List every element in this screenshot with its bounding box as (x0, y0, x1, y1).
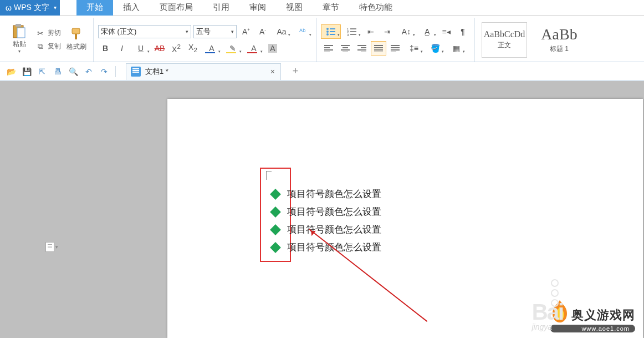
print-preview-button[interactable]: 🔍 (67, 65, 80, 78)
document-tab[interactable]: 文档1 * × (126, 63, 281, 80)
list-item[interactable]: 项目符号颜色怎么设置 (272, 223, 381, 236)
plus-icon: + (293, 65, 299, 77)
shading-button[interactable]: 🪣▾ (426, 42, 444, 55)
svg-rect-23 (341, 49, 350, 51)
borders-icon: ▦ (453, 44, 460, 53)
open-button[interactable]: 📂 (4, 65, 18, 78)
save-button[interactable]: 💾 (20, 65, 33, 78)
align-justify-icon (374, 44, 383, 52)
grow-font-button[interactable]: A+ (239, 25, 253, 38)
align-justify-button[interactable] (371, 42, 386, 55)
align-left-button[interactable] (321, 42, 336, 55)
bullet-diamond-icon (270, 224, 281, 235)
new-tab-button[interactable]: + (290, 66, 301, 77)
svg-rect-19 (324, 49, 333, 51)
svg-rect-21 (341, 45, 350, 46)
export-button[interactable]: ⇱ (35, 65, 49, 78)
line-spacing-icon: ‡≡ (410, 44, 418, 53)
bold-icon: B (103, 44, 108, 53)
undo-button[interactable]: ↶ (82, 65, 95, 78)
svg-rect-20 (324, 52, 330, 52)
strikethrough-button[interactable]: AB (152, 42, 167, 55)
underline-button[interactable]: U▾ (131, 42, 150, 55)
copy-icon: ⧉ (35, 42, 45, 52)
font-color-button[interactable]: A▾ (202, 42, 221, 55)
print-button[interactable]: 🖶 (51, 65, 64, 78)
tab-1[interactable]: 插入 (113, 0, 150, 16)
watermark-cn: 奥义游戏网 (571, 308, 635, 322)
paste-button[interactable]: 粘贴 ▾ (7, 19, 32, 59)
tab-2[interactable]: 页面布局 (150, 0, 203, 16)
redo-icon: ↷ (101, 67, 108, 76)
line-spacing-button[interactable]: ‡≡▾ (405, 42, 423, 55)
numbering-icon: 123 (347, 27, 357, 36)
clear-format-button[interactable]: ᴬᵇ▾ (293, 25, 312, 38)
app-badge[interactable]: ω WPS 文字 ▾ (0, 0, 60, 16)
sort-button[interactable]: A̲▾ (418, 25, 437, 38)
show-marks-button[interactable]: ¶ (456, 25, 470, 38)
char-shading-button[interactable]: A (265, 42, 280, 55)
highlight-button[interactable]: ✎▾ (223, 42, 242, 55)
tab-7[interactable]: 特色功能 (349, 0, 402, 16)
decrease-indent-button[interactable]: ⇤ (364, 25, 378, 38)
document-tab-title: 文档1 * (145, 67, 168, 77)
paste-label: 粘贴 (13, 39, 26, 49)
svg-rect-35 (391, 49, 400, 51)
highlight-icon: ✎ (229, 44, 236, 53)
outdent-left-icon: ≡◂ (442, 27, 450, 36)
svg-point-5 (326, 28, 329, 30)
subscript-button[interactable]: X2 (186, 42, 200, 55)
italic-button[interactable]: I (115, 42, 129, 55)
document-page[interactable]: ▾ 项目符号颜色怎么设置项目符号颜色怎么设置项目符号颜色怎么设置项目符号颜色怎么… (167, 99, 643, 338)
list-item[interactable]: 项目符号颜色怎么设置 (272, 188, 381, 200)
bold-button[interactable]: B (98, 42, 113, 55)
font-color2-button[interactable]: A▾ (244, 42, 263, 55)
tab-0[interactable]: 开始 (76, 0, 113, 16)
tab-3[interactable]: 引用 (203, 0, 239, 16)
change-case-icon: Aa (277, 27, 286, 36)
style-sample: AaBbCcDd (484, 29, 525, 39)
style-item-1[interactable]: AaBb标题 1 (531, 22, 587, 58)
tab-5[interactable]: 视图 (276, 0, 313, 16)
svg-rect-6 (330, 28, 335, 29)
numbering-button[interactable]: 123 ▾ (343, 25, 361, 38)
borders-button[interactable]: ▦▾ (447, 42, 466, 55)
subscript-icon: X2 (188, 43, 197, 53)
underline-icon: U (138, 44, 144, 53)
svg-rect-31 (374, 49, 383, 51)
copy-button[interactable]: ⧉ 复制 (33, 41, 63, 53)
align-center-button[interactable] (338, 42, 352, 55)
superscript-button[interactable]: X2 (169, 42, 183, 55)
watermark: Bai jingya 奥义游戏网 www.aoe1.com (550, 299, 635, 332)
tab-6[interactable]: 章节 (313, 0, 349, 16)
close-tab-button[interactable]: × (270, 67, 275, 76)
align-distribute-button[interactable] (388, 42, 402, 55)
increase-indent-button[interactable]: ⇥ (380, 25, 395, 38)
svg-rect-14 (350, 31, 356, 32)
tab-4[interactable]: 审阅 (239, 0, 276, 16)
page-layout-marker[interactable]: ▾ (45, 242, 58, 252)
superscript-icon: X2 (172, 43, 181, 54)
asian-layout-button[interactable]: A↕▾ (397, 25, 416, 38)
cut-button[interactable]: ✂ 剪切 (33, 27, 63, 39)
shrink-font-button[interactable]: A- (255, 25, 270, 38)
styles-group: AaBbCcDd正文AaBb标题 1 (475, 18, 594, 62)
svg-rect-27 (357, 49, 366, 51)
bullet-diamond-icon (270, 242, 281, 253)
shrink-font-icon: A- (259, 27, 266, 36)
style-item-0[interactable]: AaBbCcDd正文 (482, 22, 527, 58)
chevron-down-icon: ▾ (55, 244, 58, 250)
svg-rect-3 (72, 28, 80, 34)
bullets-button[interactable]: ▾ (321, 25, 340, 38)
workspace: ▾ 项目符号颜色怎么设置项目符号颜色怎么设置项目符号颜色怎么设置项目符号颜色怎么… (0, 81, 644, 338)
align-right-button[interactable] (355, 42, 369, 55)
font-size-combo[interactable]: 五号▾ (193, 25, 237, 38)
style-label: 正文 (498, 41, 511, 50)
format-painter-button[interactable]: 格式刷 (64, 19, 89, 59)
font-family-combo[interactable]: 宋体 (正文)▾ (98, 25, 191, 38)
scissors-icon: ✂ (35, 28, 45, 38)
outdent-left-button[interactable]: ≡◂ (439, 25, 453, 38)
redo-button[interactable]: ↷ (98, 65, 111, 78)
list-item[interactable]: 项目符号颜色怎么设置 (272, 205, 381, 218)
change-case-button[interactable]: Aa▾ (272, 25, 291, 38)
